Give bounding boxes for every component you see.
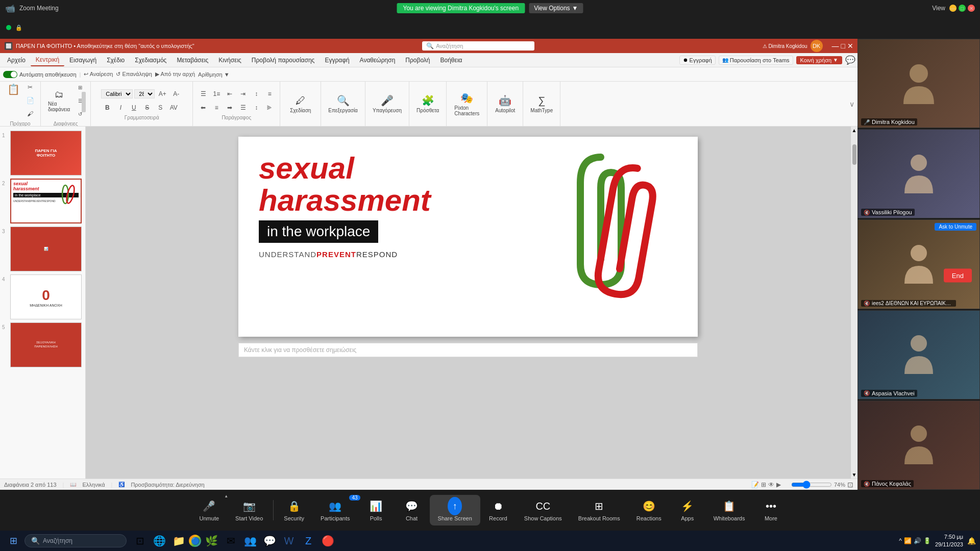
tab-arkheio[interactable]: Αρχείο	[2, 55, 31, 66]
indent-left-btn[interactable]: ⇤	[224, 88, 236, 100]
close-button[interactable]: ✕	[968, 5, 975, 12]
tab-anatheorisi[interactable]: Αναθεώρηση	[355, 55, 401, 66]
align-right-btn[interactable]: ➡	[224, 102, 236, 114]
taskbar-app-mail[interactable]: ✉	[222, 532, 240, 550]
shadow-btn[interactable]: S	[154, 102, 166, 114]
tab-sxediasmos[interactable]: Σχεδιασμός	[130, 55, 172, 66]
arith-btn[interactable]: Αρίθμηση ▼	[198, 71, 229, 78]
eggrafi-btn[interactable]: ⏺ Εγγραφή	[679, 56, 716, 65]
tab-voitheia[interactable]: Βοήθεια	[435, 55, 468, 66]
decrease-font-btn[interactable]: A-	[170, 88, 182, 100]
notification-center[interactable]: 🔔	[967, 537, 976, 545]
tab-provoli2[interactable]: Προβολή	[400, 55, 435, 66]
view-options-button[interactable]: View Options ▼	[529, 3, 583, 13]
maximize-button[interactable]: □	[959, 5, 966, 12]
taskbar-app-skype[interactable]: 💬	[260, 532, 279, 550]
redo-btn[interactable]: ↺ Επανάληψη	[116, 71, 152, 78]
list-btn[interactable]: ☰	[197, 88, 209, 100]
taskbar-app-folder[interactable]: 📁	[169, 532, 188, 550]
slide-thumb-2[interactable]: 2 sexualharassment in the workplace	[2, 179, 83, 223]
italic-btn[interactable]: I	[114, 102, 127, 114]
slide-thumb-4[interactable]: 4 0 ΜΗΔΕΝΙΚΗ ΑΝΟΧΗ	[2, 274, 83, 319]
apps-button[interactable]: ⚡ Apps	[670, 495, 705, 525]
taskbar-search-bar[interactable]: 🔍 Αναζήτηση	[24, 534, 127, 547]
tray-expand[interactable]: ^	[899, 537, 902, 544]
ppt-close[interactable]: ✕	[847, 42, 853, 50]
tab-metavaseis[interactable]: Μεταβάσεις	[172, 55, 213, 66]
tab-provoli[interactable]: Προβολή παρουσίασης	[247, 55, 320, 66]
notes-area[interactable]: Κάντε κλικ για να προσθέσετε σημειώσεις	[238, 343, 698, 357]
more-button[interactable]: ••• More	[753, 495, 789, 525]
tab-eisagogi[interactable]: Εισαγωγή	[64, 55, 102, 66]
whiteboards-button[interactable]: 📋 Whiteboards	[705, 495, 753, 525]
scroll-up-btn[interactable]: ▲	[851, 127, 858, 134]
cut-btn[interactable]: ✂	[24, 82, 36, 93]
tray-volume[interactable]: 🔊	[914, 537, 921, 544]
end-button[interactable]: End	[944, 269, 972, 283]
autosave-toggle[interactable]: Αυτόματη αποθήκευση	[3, 71, 77, 78]
ipagoreysi-btn[interactable]: 🎤 Υπαγόρευση	[370, 92, 405, 115]
ribbon-expand-btn[interactable]: ∨	[846, 82, 857, 126]
align-center-btn[interactable]: ≡	[210, 102, 223, 114]
fit-to-window-btn[interactable]: ⊡	[847, 481, 853, 489]
pixton-btn[interactable]: 🎭 PixtonCharacters	[451, 90, 482, 118]
taskbar-app-chrome[interactable]: 🔵	[189, 535, 201, 547]
indent-right-btn[interactable]: ⇥	[237, 88, 249, 100]
share-screen-button[interactable]: ↑ Share Screen	[430, 495, 480, 525]
taskbar-app-obs[interactable]: 🔴	[318, 532, 337, 550]
scroll-down-btn[interactable]: ▼	[851, 471, 858, 479]
epexergasia-btn[interactable]: 🔍 Επεξεργασία	[325, 92, 361, 115]
security-button[interactable]: 🔒 Security	[276, 495, 312, 525]
breakout-rooms-button[interactable]: ⊞ Breakout Rooms	[570, 495, 628, 525]
prosvoli-btn[interactable]: 📋	[4, 82, 23, 120]
participants-button[interactable]: 👥 43 Participants	[312, 495, 358, 525]
text-align-btn[interactable]: ≡	[263, 88, 276, 100]
ppt-search-input[interactable]: Αναζήτηση	[436, 43, 463, 49]
ppt-minimize[interactable]: —	[832, 42, 839, 50]
autopilot-btn[interactable]: 🤖 Autopilot	[492, 92, 518, 115]
increase-font-btn[interactable]: A+	[156, 88, 168, 100]
taskbar-app-zoom[interactable]: Z	[299, 532, 317, 550]
taskbar-app-word[interactable]: W	[280, 532, 298, 550]
ask-unmute-btn[interactable]: Ask to Unmute	[935, 223, 976, 231]
vertical-scrollbar[interactable]: ▲ ▼	[850, 127, 857, 479]
font-family-select[interactable]: Calibri	[101, 89, 133, 98]
format-btn[interactable]: 🖌	[24, 108, 36, 120]
taskbar-app-edge[interactable]: 🌐	[150, 532, 168, 550]
ribbon-chat-icon[interactable]: 💬	[845, 55, 855, 65]
mathtype-btn[interactable]: ∑ MathType	[527, 93, 556, 115]
minimize-button[interactable]: —	[949, 5, 957, 12]
line-space-btn[interactable]: ↕	[250, 102, 262, 114]
font-size-select[interactable]: 28	[134, 89, 155, 98]
windows-start-button[interactable]: ⊞	[4, 532, 22, 550]
from-start-btn[interactable]: ▶ Από την αρχή	[155, 71, 195, 78]
tab-kiniseis[interactable]: Κινήσεις	[213, 55, 247, 66]
underline-btn[interactable]: U	[128, 102, 140, 114]
nea-diafaneia-btn[interactable]: 🗂 Νέαδιαφάνεια	[45, 87, 73, 114]
tab-kendriki[interactable]: Κεντρική	[31, 54, 64, 66]
taskbar-app-multidesktop[interactable]: ⊡	[131, 532, 149, 550]
slide-thumb-1[interactable]: 1 ΠΑΡΕΝ ΓΙΑΦΟΙΤΗΤΟ	[2, 131, 83, 176]
prostheta-btn[interactable]: 🧩 Πρόσθετα	[413, 92, 442, 115]
grid-view-btn[interactable]: ⊞	[761, 481, 766, 488]
text-direction-btn[interactable]: ↕	[250, 88, 262, 100]
num-list-btn[interactable]: 1≡	[210, 88, 223, 100]
undo-btn[interactable]: ↩ Αναίρεση	[84, 71, 113, 78]
strikethrough-btn[interactable]: S	[141, 102, 153, 114]
slide-thumb-5[interactable]: 5 ΣΕΞΟΥΑΛΙΚΗΠΑΡΕΝΟΧΛΗΣΗ	[2, 322, 83, 367]
system-clock[interactable]: 7:50 μμ 29/11/2023	[935, 533, 963, 549]
parousiasi-teams-btn[interactable]: 👥 Παρουσίαση στο Teams	[719, 56, 793, 65]
taskbar-app-teams[interactable]: 👥	[241, 532, 259, 550]
zoom-slider[interactable]	[791, 481, 832, 489]
scroll-thumb[interactable]	[852, 144, 856, 165]
start-video-button[interactable]: 📷 Start Video	[227, 495, 271, 525]
main-slide-area[interactable]: sexual harassment in the workplace UNDER…	[86, 127, 850, 479]
polls-button[interactable]: 📊 Polls	[358, 495, 394, 525]
reactions-button[interactable]: 😊 Reactions	[628, 495, 670, 525]
slide-thumb-3[interactable]: 3 📊	[2, 227, 83, 271]
unmute-button[interactable]: 🎤 Unmute ▲	[191, 495, 228, 525]
reading-view-btn[interactable]: 👁	[768, 481, 774, 488]
tab-eggrafi[interactable]: Εγγραφή	[320, 55, 354, 66]
copy-btn[interactable]: 📄	[24, 94, 36, 107]
tab-sxedio[interactable]: Σχέδιο	[102, 55, 130, 66]
